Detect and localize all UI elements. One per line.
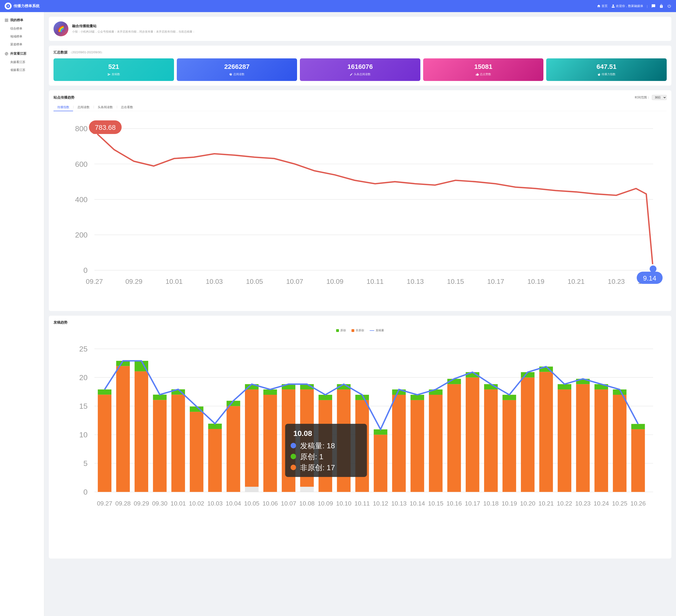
svg-text:15: 15 <box>79 402 88 410</box>
article-chart-legend: 原创 非原创 发稿量 <box>54 329 667 332</box>
svg-text:09.29: 09.29 <box>125 278 143 285</box>
stat-likes-label: 总点赞数 <box>427 72 540 76</box>
svg-text:10.09: 10.09 <box>326 278 343 285</box>
svg-text:600: 600 <box>75 160 88 168</box>
svg-text:10.11: 10.11 <box>354 500 370 507</box>
nav-user[interactable]: 欢迎你，数家融媒体 <box>611 4 643 8</box>
svg-rect-80 <box>374 435 388 492</box>
time-range-selector[interactable]: 时间范围： 30日 7日 90日 <box>635 95 667 100</box>
svg-text:10.16: 10.16 <box>446 500 462 507</box>
legend-total-color <box>370 330 374 331</box>
svg-text:10: 10 <box>79 431 88 439</box>
stat-card-likes: 15081 总点赞数 <box>423 58 544 81</box>
summary-date: （2022/09/01-2022/09/30） <box>69 51 104 54</box>
svg-rect-75 <box>319 395 332 400</box>
trend-chart-tabs: 传播指数 | 总阅读数 | 头条阅读数 | 总在看数 <box>54 104 667 111</box>
profile-info: 融合传播能量站 小报：小机构18篇，公众号投稿量：未开启发布功能，同步发布量：未… <box>72 24 195 34</box>
svg-text:10.17: 10.17 <box>487 278 504 285</box>
svg-rect-98 <box>539 372 553 492</box>
sidebar-item-region[interactable]: 地域榜单 <box>0 33 44 41</box>
legend-non-original-color <box>351 329 354 332</box>
header-divider: | <box>647 4 647 8</box>
svg-text:800: 800 <box>75 124 88 133</box>
svg-rect-88 <box>447 384 461 492</box>
svg-text:10.03: 10.03 <box>206 278 223 285</box>
stat-spread-label: 传播力指数 <box>550 72 663 76</box>
sidebar-my-title[interactable]: 我的榜单 <box>0 16 44 25</box>
tab-total-reads[interactable]: 总阅读数 <box>74 104 93 111</box>
svg-rect-95 <box>502 395 516 400</box>
trend-chart-container: 800 600 400 200 0 09.27 09.29 10.01 10.0… <box>54 115 667 306</box>
svg-text:20: 20 <box>79 373 88 382</box>
svg-rect-60 <box>208 429 222 492</box>
svg-rect-68 <box>263 389 277 395</box>
svg-text:5: 5 <box>83 459 88 467</box>
svg-text:10.21: 10.21 <box>568 278 584 285</box>
stat-reads-label: 总阅读数 <box>180 72 293 76</box>
logo-icon <box>5 3 12 9</box>
svg-rect-56 <box>171 395 185 492</box>
tab-watching[interactable]: 总在看数 <box>117 104 137 111</box>
stat-articles-value: 521 <box>57 63 170 70</box>
svg-rect-96 <box>521 378 534 492</box>
sidebar-section-jiangsu: 外宣看江苏 央媒看江苏 省媒看江苏 <box>0 49 44 74</box>
svg-rect-108 <box>631 429 645 492</box>
svg-text:09.27: 09.27 <box>97 500 112 507</box>
svg-rect-109 <box>631 424 645 429</box>
article-chart-container: 25 20 15 10 5 0 <box>54 335 667 554</box>
layout: 我的榜单 综合榜单 地域榜单 渠道榜单 外宣看江苏 央媒看江苏 省媒看江苏 <box>0 12 676 616</box>
sidebar-item-comprehensive[interactable]: 综合榜单 <box>0 25 44 33</box>
svg-rect-3 <box>7 19 8 20</box>
stat-reads-value: 2266287 <box>180 63 293 70</box>
sidebar-item-central-media[interactable]: 央媒看江苏 <box>0 58 44 66</box>
svg-rect-50 <box>116 366 130 492</box>
svg-text:200: 200 <box>75 231 88 239</box>
nav-message[interactable] <box>651 4 656 8</box>
svg-text:10.07: 10.07 <box>281 500 296 507</box>
header: 传播力榜单系统 首页 欢迎你，数家融媒体 | <box>0 0 676 12</box>
svg-text:09.27: 09.27 <box>86 278 103 285</box>
svg-text:10.26: 10.26 <box>630 500 646 507</box>
svg-text:10.09: 10.09 <box>318 500 333 507</box>
svg-text:10.07: 10.07 <box>286 278 303 285</box>
svg-text:10.04: 10.04 <box>226 500 241 507</box>
legend-non-original: 非原创 <box>351 329 364 332</box>
svg-text:0: 0 <box>83 488 88 496</box>
svg-text:10.06: 10.06 <box>263 500 278 507</box>
svg-rect-101 <box>558 384 571 389</box>
stat-card-articles: 521 发稿数 <box>54 58 174 81</box>
svg-rect-82 <box>392 395 406 492</box>
time-range-select-input[interactable]: 30日 7日 90日 <box>652 95 667 100</box>
trend-chart-header: 站点传播趋势 时间范围： 30日 7日 90日 <box>54 95 667 100</box>
tab-spread-index[interactable]: 传播指数 <box>54 104 73 111</box>
svg-text:0: 0 <box>83 266 88 275</box>
svg-text:10.23: 10.23 <box>575 500 590 507</box>
nav-power[interactable] <box>667 4 671 8</box>
svg-text:10.19: 10.19 <box>502 500 517 507</box>
svg-rect-104 <box>595 389 608 492</box>
svg-text:10.15: 10.15 <box>447 278 464 285</box>
svg-text:10.13: 10.13 <box>407 278 424 285</box>
svg-text:10.17: 10.17 <box>465 500 480 507</box>
sidebar-jiangsu-title[interactable]: 外宣看江苏 <box>0 49 44 58</box>
svg-text:10.24: 10.24 <box>594 500 609 507</box>
stat-likes-value: 15081 <box>427 63 540 70</box>
stat-card-reads: 2266287 总阅读数 <box>177 58 297 81</box>
sidebar-item-channel[interactable]: 渠道榜单 <box>0 41 44 48</box>
nav-home[interactable]: 首页 <box>597 4 608 8</box>
svg-rect-67 <box>263 395 277 492</box>
nav-lock[interactable] <box>659 4 664 8</box>
svg-rect-84 <box>410 400 424 492</box>
svg-point-116 <box>290 465 296 470</box>
sidebar-item-provincial-media[interactable]: 省媒看江苏 <box>0 66 44 74</box>
tab-headline-reads[interactable]: 头条阅读数 <box>94 104 117 111</box>
svg-text:10.12: 10.12 <box>373 500 388 507</box>
svg-text:400: 400 <box>75 195 88 204</box>
svg-text:09.30: 09.30 <box>152 500 167 507</box>
sidebar: 我的榜单 综合榜单 地域榜单 渠道榜单 外宣看江苏 央媒看江苏 省媒看江苏 <box>0 12 44 616</box>
svg-text:9.14: 9.14 <box>643 274 656 282</box>
svg-text:非原创: 17: 非原创: 17 <box>300 463 335 472</box>
article-chart-header: 发稿趋势 <box>54 320 667 325</box>
svg-rect-55 <box>153 395 167 400</box>
svg-text:10.08: 10.08 <box>299 500 315 507</box>
